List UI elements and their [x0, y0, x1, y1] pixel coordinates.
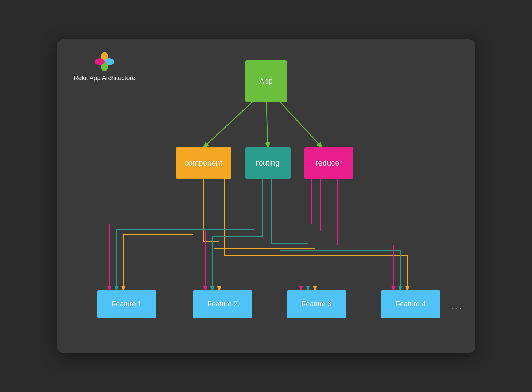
node-feature-4: Feature 4 [381, 290, 440, 318]
node-app: App [245, 60, 287, 102]
node-component: component [176, 147, 231, 179]
node-feature-2: Feature 2 [193, 290, 252, 318]
node-routing: routing [245, 147, 291, 179]
node-feature-3: Feature 3 [287, 290, 346, 318]
node-reducer: reducer [304, 147, 353, 179]
node-feature-1: Feature 1 [97, 290, 156, 318]
diagram-card: Rekit App Architecture [57, 39, 475, 353]
